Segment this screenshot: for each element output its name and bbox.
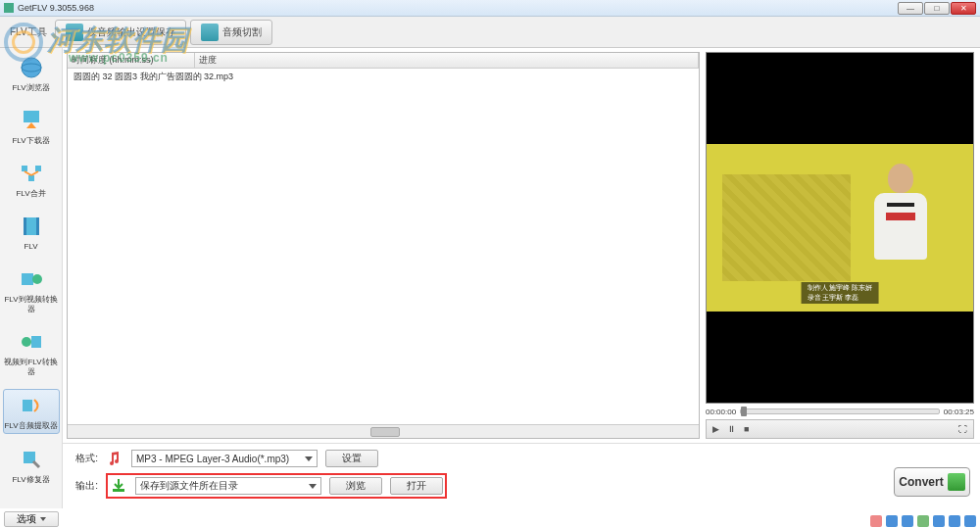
svg-rect-13 bbox=[23, 400, 32, 411]
col-progress[interactable]: 进度 bbox=[195, 53, 699, 68]
convert-back-icon bbox=[18, 328, 45, 356]
tray-icon[interactable] bbox=[964, 515, 976, 527]
svg-rect-12 bbox=[31, 336, 41, 348]
app-icon bbox=[4, 3, 14, 13]
svg-rect-5 bbox=[28, 175, 34, 181]
output-settings: 格式: MP3 - MPEG Layer-3 Audio(*.mp3) 设置 输… bbox=[63, 443, 980, 508]
pause-button[interactable]: ⏸ bbox=[727, 424, 736, 434]
sidebar-item-browser[interactable]: FLV浏览器 bbox=[3, 52, 60, 95]
save-arrow-icon bbox=[110, 477, 127, 495]
sidebar-item-video-to-flv[interactable]: 视频到FLV转换器 bbox=[3, 326, 60, 379]
merge-icon bbox=[18, 160, 45, 187]
chevron-down-icon bbox=[40, 517, 46, 521]
svg-rect-15 bbox=[113, 489, 124, 492]
time-total: 00:03:25 bbox=[944, 408, 974, 416]
wrench-icon bbox=[18, 446, 45, 473]
time-current: 00:00:00 bbox=[706, 408, 736, 416]
svg-rect-4 bbox=[35, 166, 41, 171]
open-button[interactable]: 打开 bbox=[390, 477, 443, 495]
seek-bar[interactable]: 00:00:00 00:03:25 bbox=[706, 404, 974, 419]
tray-icon[interactable] bbox=[902, 515, 913, 527]
sidebar-item-flv[interactable]: FLV bbox=[3, 211, 60, 254]
output-label: 输出: bbox=[71, 479, 98, 493]
svg-rect-8 bbox=[36, 217, 39, 235]
output-highlight: 保存到源文件所在目录 浏览 打开 bbox=[106, 473, 447, 499]
format-select[interactable]: MP3 - MPEG Layer-3 Audio(*.mp3) bbox=[131, 450, 318, 467]
audio-icon bbox=[18, 392, 45, 419]
options-dropdown[interactable]: 选项 bbox=[4, 511, 59, 527]
sidebar-item-repair[interactable]: FLV修复器 bbox=[3, 444, 60, 487]
chevron-down-icon bbox=[309, 484, 317, 489]
convert-icon bbox=[948, 473, 965, 491]
watermark-url: www.pc0359.cn bbox=[69, 51, 169, 65]
tray-icon[interactable] bbox=[886, 515, 898, 527]
format-label: 格式: bbox=[71, 452, 98, 465]
svg-rect-9 bbox=[22, 273, 33, 285]
preview-panel: 制作人 施宇峰 陈东妍录音 王宇斯 李磊 00:00:00 00:03:25 ▶… bbox=[706, 48, 980, 443]
fullscreen-button[interactable]: ⛶ bbox=[958, 424, 967, 434]
window-title: GetFLV 9.3055.968 bbox=[18, 3, 94, 13]
scissors-icon bbox=[201, 24, 219, 41]
svg-point-11 bbox=[22, 337, 31, 347]
tab-audio-output[interactable]: 仅音频输出设置保存 bbox=[55, 20, 186, 45]
tray-icon[interactable] bbox=[917, 515, 929, 527]
video-preview[interactable]: 制作人 施宇峰 陈东妍录音 王宇斯 李磊 bbox=[706, 52, 974, 404]
tray-icon[interactable] bbox=[949, 515, 960, 527]
close-button[interactable]: ✕ bbox=[951, 2, 976, 15]
sidebar-item-merge[interactable]: FLV合并 bbox=[3, 158, 60, 201]
list-item[interactable]: 圆圆的 32 圆圆3 我的广告圆圆的 32.mp3 bbox=[68, 69, 699, 85]
chevron-down-icon bbox=[305, 456, 313, 461]
play-button[interactable]: ▶ bbox=[712, 424, 719, 434]
output-select[interactable]: 保存到源文件所在目录 bbox=[135, 477, 321, 495]
svg-rect-3 bbox=[22, 166, 27, 171]
convert-icon bbox=[18, 265, 45, 293]
convert-button[interactable]: Convert bbox=[894, 467, 970, 497]
svg-point-10 bbox=[32, 274, 42, 284]
toolbar-section-label: FLV工具 bbox=[4, 25, 53, 39]
video-caption: 制作人 施宇峰 陈东妍录音 王宇斯 李磊 bbox=[802, 282, 879, 304]
music-note-icon bbox=[106, 450, 123, 467]
svg-point-0 bbox=[22, 58, 41, 77]
stop-button[interactable]: ■ bbox=[744, 424, 749, 434]
maximize-button[interactable]: □ bbox=[924, 2, 950, 15]
tray-icons bbox=[870, 515, 976, 527]
browse-button[interactable]: 浏览 bbox=[329, 477, 382, 495]
titlebar: GetFLV 9.3055.968 — □ ✕ bbox=[0, 0, 980, 17]
svg-rect-7 bbox=[24, 217, 26, 235]
globe-icon bbox=[18, 54, 45, 81]
film-icon bbox=[66, 24, 83, 41]
sidebar: FLV浏览器 FLV下载器 FLV合并 FLV FLV到视频转换器 视频到FLV… bbox=[0, 48, 63, 508]
tray-icon[interactable] bbox=[933, 515, 945, 527]
film-strip-icon bbox=[18, 213, 45, 240]
minimize-button[interactable]: — bbox=[898, 2, 923, 15]
sidebar-item-downloader[interactable]: FLV下载器 bbox=[3, 105, 60, 148]
toolbar: FLV工具 仅音频输出设置保存 音频切割 bbox=[0, 17, 980, 48]
tab-audio-cut[interactable]: 音频切割 bbox=[190, 20, 272, 45]
svg-rect-2 bbox=[24, 111, 39, 122]
file-list[interactable]: 时间标度 (hh:mm:ss) 进度 圆圆的 32 圆圆3 我的广告圆圆的 32… bbox=[67, 52, 700, 439]
sidebar-item-flv-to-video[interactable]: FLV到视频转换器 bbox=[3, 264, 60, 316]
horizontal-scrollbar[interactable] bbox=[68, 424, 699, 438]
player-controls: ▶ ⏸ ■ ⛶ bbox=[706, 419, 974, 439]
download-icon bbox=[18, 107, 45, 134]
settings-button[interactable]: 设置 bbox=[325, 450, 378, 467]
sidebar-item-audio-extract[interactable]: FLV音频提取器 bbox=[3, 389, 60, 434]
tray-icon[interactable] bbox=[870, 515, 882, 527]
